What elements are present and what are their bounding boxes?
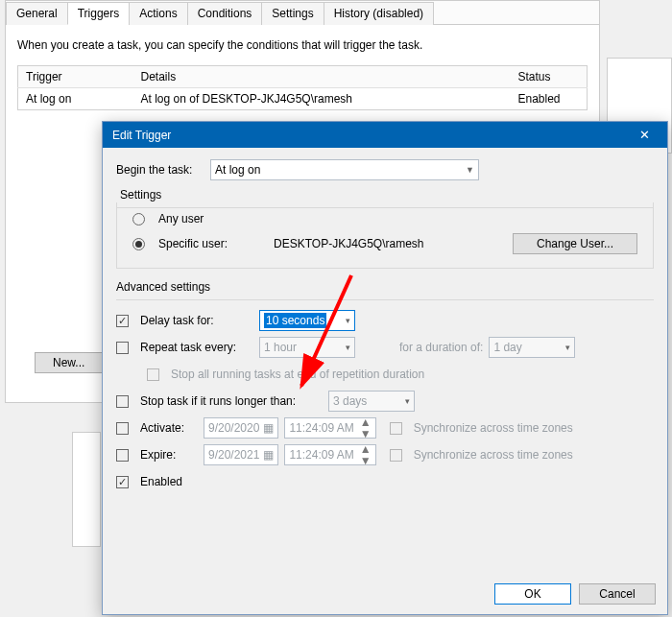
expire-time[interactable]: 11:24:09 AM▲▼ <box>284 444 375 465</box>
stop-if-value: 3 days <box>333 394 367 408</box>
intro-text: When you create a task, you can specify … <box>17 38 588 52</box>
activate-sync-checkbox <box>390 422 402 435</box>
triggers-table: Trigger Details Status At log on At log … <box>17 65 588 110</box>
enabled-checkbox[interactable] <box>116 476 129 488</box>
repeat-select[interactable]: 1 hour ▾ <box>259 337 355 358</box>
dialog-titlebar: Edit Trigger ✕ <box>103 122 667 148</box>
col-status[interactable]: Status <box>511 66 588 88</box>
specific-user-radio[interactable] <box>132 238 145 250</box>
duration-label: for a duration of: <box>399 341 483 354</box>
any-user-label: Any user <box>158 212 204 225</box>
edit-trigger-dialog: Edit Trigger ✕ Begin the task: At log on… <box>102 121 668 615</box>
calendar-icon: ▦ <box>263 448 274 462</box>
duration-value: 1 day <box>493 341 521 354</box>
activate-label: Activate: <box>140 421 198 435</box>
delay-value: 10 seconds <box>264 313 326 328</box>
chevron-down-icon: ▾ <box>565 343 570 352</box>
settings-group-label: Settings <box>116 188 165 202</box>
advanced-settings-label: Advanced settings <box>116 280 654 294</box>
activate-checkbox[interactable] <box>116 422 129 435</box>
settings-group: Any user Specific user: DESKTOP-JKJ4G5Q\… <box>116 202 654 269</box>
table-row[interactable]: At log on At log on of DESKTOP-JKJ4G5Q\r… <box>18 88 588 110</box>
close-icon[interactable]: ✕ <box>632 128 658 142</box>
new-button[interactable]: New... <box>35 352 103 373</box>
expire-date[interactable]: 9/20/2021▦ <box>204 444 278 465</box>
specific-user-label: Specific user: <box>158 237 228 250</box>
begin-task-value: At log on <box>215 163 260 177</box>
specific-user-value: DESKTOP-JKJ4G5Q\ramesh <box>274 237 505 250</box>
delay-label: Delay task for: <box>140 314 253 327</box>
expire-label: Expire: <box>140 448 198 462</box>
stop-all-label: Stop all running tasks at end of repetit… <box>171 368 424 381</box>
cell-trigger: At log on <box>18 88 133 110</box>
dialog-title: Edit Trigger <box>112 129 171 142</box>
expire-sync-label: Synchronize across time zones <box>414 448 573 462</box>
repeat-label: Repeat task every: <box>140 341 253 354</box>
chevron-down-icon: ▾ <box>405 396 410 406</box>
chevron-down-icon: ▾ <box>346 316 350 325</box>
tab-conditions[interactable]: Conditions <box>187 2 263 25</box>
stop-all-checkbox <box>147 368 159 381</box>
change-user-button[interactable]: Change User... <box>513 233 637 254</box>
activate-date[interactable]: 9/20/2020▦ <box>204 417 278 439</box>
expire-sync-checkbox <box>390 449 402 462</box>
background-fragment <box>72 432 101 547</box>
delay-checkbox[interactable] <box>116 315 129 327</box>
ok-button[interactable]: OK <box>494 583 571 605</box>
col-details[interactable]: Details <box>133 66 511 88</box>
repeat-value: 1 hour <box>264 341 297 354</box>
stop-if-checkbox[interactable] <box>116 395 129 408</box>
enabled-label: Enabled <box>140 475 182 488</box>
delay-select[interactable]: 10 seconds ▾ <box>259 310 355 331</box>
expire-checkbox[interactable] <box>116 449 129 462</box>
col-trigger[interactable]: Trigger <box>18 66 133 88</box>
cell-details: At log on of DESKTOP-JKJ4G5Q\ramesh <box>133 88 511 110</box>
stop-if-select[interactable]: 3 days ▾ <box>328 391 415 412</box>
tab-settings[interactable]: Settings <box>261 2 324 25</box>
begin-task-label: Begin the task: <box>116 163 203 177</box>
spinner-icon: ▲▼ <box>360 416 372 439</box>
spinner-icon: ▲▼ <box>360 443 372 466</box>
stop-if-label: Stop task if it runs longer than: <box>140 394 323 408</box>
tab-bar: General Triggers Actions Conditions Sett… <box>6 1 599 25</box>
tab-triggers[interactable]: Triggers <box>67 2 131 25</box>
cancel-button[interactable]: Cancel <box>579 583 656 605</box>
chevron-down-icon: ▾ <box>346 343 350 352</box>
tab-history[interactable]: History (disabled) <box>324 2 434 25</box>
tab-general[interactable]: General <box>6 2 68 25</box>
activate-time[interactable]: 11:24:09 AM▲▼ <box>284 417 375 439</box>
begin-task-select[interactable]: At log on ▼ <box>210 159 479 180</box>
duration-select[interactable]: 1 day ▾ <box>489 337 575 358</box>
cell-status: Enabled <box>511 88 588 110</box>
repeat-checkbox[interactable] <box>116 342 129 354</box>
chevron-down-icon: ▼ <box>466 165 474 175</box>
any-user-radio[interactable] <box>132 213 145 225</box>
tab-actions[interactable]: Actions <box>129 2 187 25</box>
calendar-icon: ▦ <box>263 421 274 435</box>
activate-sync-label: Synchronize across time zones <box>414 421 573 435</box>
